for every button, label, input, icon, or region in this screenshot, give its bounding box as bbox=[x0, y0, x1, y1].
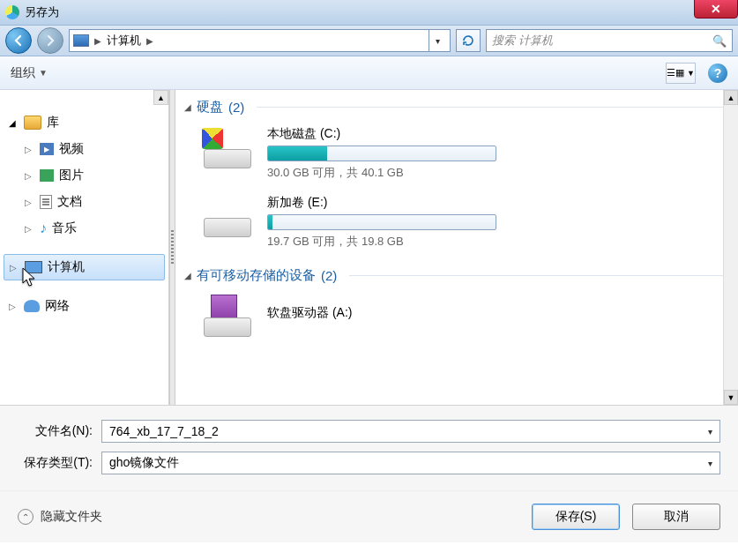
usage-bar bbox=[267, 214, 496, 230]
filename-label: 文件名(N): bbox=[18, 423, 93, 439]
nav-tree: ▲ ◢ 库 ▷ ▶ 视频 ▷ 图片 ▷ bbox=[0, 90, 169, 405]
group-label: 硬盘 bbox=[197, 99, 223, 116]
scroll-up-button[interactable]: ▲ bbox=[724, 90, 738, 105]
music-icon: ♪ bbox=[40, 220, 47, 236]
group-count: (2) bbox=[228, 100, 244, 115]
tree-label: 网络 bbox=[45, 298, 70, 314]
expand-icon[interactable]: ▷ bbox=[25, 198, 34, 207]
tree-pictures[interactable]: ▷ 图片 bbox=[19, 162, 165, 189]
drive-e[interactable]: 新加卷 (E:) 19.7 GB 可用，共 19.8 GB bbox=[175, 190, 738, 258]
search-icon: 🔍 bbox=[712, 34, 727, 48]
expand-icon[interactable]: ▷ bbox=[25, 145, 34, 154]
address-dropdown[interactable]: ▾ bbox=[429, 29, 446, 52]
nav-row: ▶ 计算机 ▶ ▾ 搜索 计算机 🔍 bbox=[0, 25, 738, 56]
computer-icon bbox=[25, 261, 42, 273]
group-count: (2) bbox=[321, 268, 337, 283]
collapse-icon[interactable]: ◢ bbox=[184, 102, 191, 112]
tree-label: 库 bbox=[47, 115, 59, 131]
group-label: 有可移动存储的设备 bbox=[197, 267, 316, 284]
close-button[interactable]: ✕ bbox=[694, 0, 738, 19]
chevron-down-icon: ▼ bbox=[39, 68, 48, 78]
refresh-button[interactable] bbox=[456, 29, 481, 52]
group-hard-drives[interactable]: ◢ 硬盘 (2) bbox=[175, 90, 738, 121]
expand-icon[interactable]: ▷ bbox=[25, 171, 34, 181]
help-button[interactable]: ? bbox=[708, 63, 727, 83]
network-icon bbox=[24, 300, 40, 312]
tree-music[interactable]: ▷ ♪ 音乐 bbox=[19, 215, 165, 242]
expand-icon[interactable]: ▷ bbox=[25, 224, 34, 234]
collapse-icon[interactable]: ◢ bbox=[184, 271, 191, 280]
search-input[interactable]: 搜索 计算机 🔍 bbox=[486, 29, 733, 52]
computer-icon bbox=[73, 34, 89, 47]
tree-label: 音乐 bbox=[52, 220, 77, 236]
drive-title: 新加卷 (E:) bbox=[267, 195, 496, 211]
floppy-icon bbox=[200, 295, 255, 337]
tree-label: 文档 bbox=[57, 194, 82, 210]
drive-a[interactable]: 软盘驱动器 (A:) bbox=[175, 289, 738, 346]
filetype-select[interactable]: gho镜像文件 ▾ bbox=[101, 452, 720, 474]
expand-icon[interactable]: ▷ bbox=[10, 263, 19, 273]
chevron-down-icon[interactable]: ▾ bbox=[708, 459, 712, 468]
hide-folders-toggle[interactable]: ⌃ 隐藏文件夹 bbox=[18, 509, 102, 525]
group-removable[interactable]: ◢ 有可移动存储的设备 (2) bbox=[175, 258, 738, 289]
drive-sub: 19.7 GB 可用，共 19.8 GB bbox=[267, 234, 496, 250]
back-button[interactable] bbox=[5, 27, 32, 54]
save-button[interactable]: 保存(S) bbox=[532, 504, 620, 530]
scroll-up-button[interactable]: ▲ bbox=[153, 90, 168, 105]
filetype-label: 保存类型(T): bbox=[18, 455, 93, 471]
tree-label: 视频 bbox=[59, 141, 84, 157]
chevron-up-icon: ⌃ bbox=[18, 509, 34, 525]
tree-computer[interactable]: ▷ 计算机 bbox=[4, 254, 165, 280]
scrollbar[interactable]: ▲ ▼ bbox=[723, 90, 738, 405]
filename-input[interactable]: 764_xb_17_7_18_2 ▾ bbox=[101, 420, 720, 443]
content-pane: ▲ ▼ ◢ 硬盘 (2) 本地磁盘 (C:) 30.0 GB 可用，共 40.1… bbox=[175, 90, 738, 405]
scroll-down-button[interactable]: ▼ bbox=[724, 390, 738, 405]
tree-label: 图片 bbox=[59, 168, 84, 183]
splitter[interactable] bbox=[169, 90, 175, 405]
window-title: 另存为 bbox=[25, 4, 59, 20]
forward-button[interactable] bbox=[37, 27, 63, 54]
app-icon bbox=[5, 5, 19, 19]
search-placeholder: 搜索 计算机 bbox=[492, 33, 553, 49]
tree-videos[interactable]: ▷ ▶ 视频 bbox=[19, 136, 165, 162]
video-icon: ▶ bbox=[40, 143, 54, 155]
chevron-right-icon: ▶ bbox=[146, 36, 153, 46]
main-area: ▲ ◢ 库 ▷ ▶ 视频 ▷ 图片 ▷ bbox=[0, 90, 738, 405]
chevron-right-icon: ▶ bbox=[94, 36, 101, 46]
tree-documents[interactable]: ▷ 文档 bbox=[19, 189, 165, 215]
picture-icon bbox=[40, 169, 54, 182]
chevron-down-icon: ▼ bbox=[687, 69, 695, 78]
toolbar: 组织 ▼ ☰▦ ▼ ? bbox=[0, 56, 738, 90]
drive-title: 软盘驱动器 (A:) bbox=[267, 305, 496, 321]
usage-bar bbox=[267, 146, 496, 161]
organize-menu[interactable]: 组织 ▼ bbox=[11, 65, 48, 81]
library-icon bbox=[24, 116, 41, 130]
view-icon: ☰▦ bbox=[667, 67, 684, 78]
filetype-value: gho镜像文件 bbox=[109, 455, 179, 471]
chevron-down-icon[interactable]: ▾ bbox=[708, 427, 712, 437]
view-options-button[interactable]: ☰▦ ▼ bbox=[666, 63, 696, 84]
address-bar[interactable]: ▶ 计算机 ▶ ▾ bbox=[69, 29, 451, 52]
drive-title: 本地磁盘 (C:) bbox=[267, 126, 496, 142]
tree-network[interactable]: ▷ 网络 bbox=[4, 293, 165, 319]
collapse-icon[interactable]: ◢ bbox=[9, 118, 19, 128]
organize-label: 组织 bbox=[11, 65, 35, 81]
expand-icon[interactable]: ▷ bbox=[9, 302, 19, 311]
tree-libraries[interactable]: ◢ 库 bbox=[4, 109, 165, 136]
cancel-button[interactable]: 取消 bbox=[632, 504, 720, 530]
drive-icon bbox=[200, 126, 255, 168]
drive-sub: 30.0 GB 可用，共 40.1 GB bbox=[267, 165, 496, 181]
breadcrumb-item[interactable]: 计算机 bbox=[107, 33, 141, 49]
drive-icon bbox=[200, 195, 255, 237]
title-bar: 另存为 ✕ bbox=[0, 0, 738, 25]
hide-folders-label: 隐藏文件夹 bbox=[41, 509, 102, 525]
filename-panel: 文件名(N): 764_xb_17_7_18_2 ▾ 保存类型(T): gho镜… bbox=[0, 405, 738, 490]
footer: ⌃ 隐藏文件夹 保存(S) 取消 bbox=[0, 490, 738, 542]
drive-c[interactable]: 本地磁盘 (C:) 30.0 GB 可用，共 40.1 GB bbox=[175, 121, 738, 190]
tree-label: 计算机 bbox=[48, 259, 85, 275]
document-icon bbox=[40, 195, 52, 209]
filename-value: 764_xb_17_7_18_2 bbox=[109, 424, 219, 438]
